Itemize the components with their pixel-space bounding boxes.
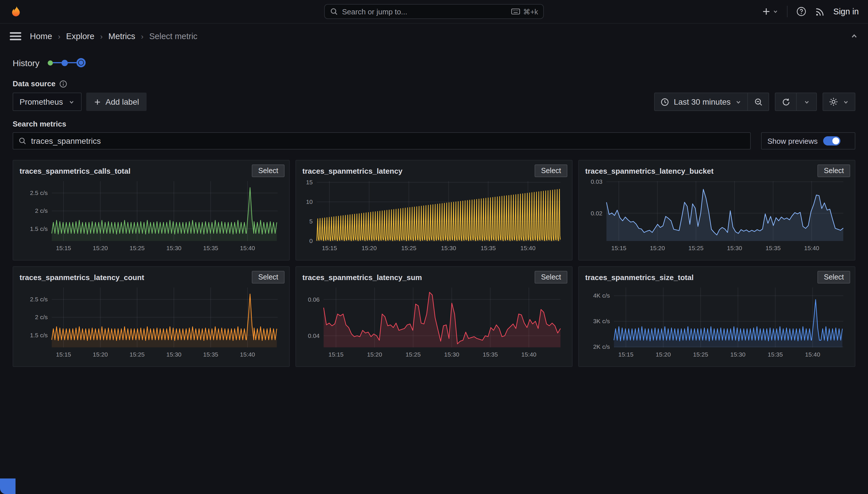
svg-text:15:25: 15:25 [406,351,421,358]
chevron-down-icon [69,99,75,105]
svg-text:15:40: 15:40 [240,245,255,251]
svg-text:1.5 c/s: 1.5 c/s [30,332,48,339]
chevron-down-icon [803,99,810,105]
topbar-divider [787,6,787,17]
global-search-placeholder: Search or jump to... [342,7,507,16]
svg-text:15:15: 15:15 [322,245,337,251]
svg-text:15:25: 15:25 [688,245,704,251]
history-label: History [13,58,39,68]
search-metrics-value: traces_spanmetrics [31,136,101,146]
svg-text:3K c/s: 3K c/s [593,318,610,324]
time-picker-group: Last 30 minutes [654,93,769,111]
metric-preview-chart: 0.040.0615:1515:2015:2515:3015:3515:40 [302,284,566,361]
svg-text:15:15: 15:15 [56,245,71,251]
data-source-picker[interactable]: Prometheus [13,93,82,111]
grafana-app: Search or jump to... ⌘+k [0,0,868,494]
data-source-label-row: Data source [13,79,855,88]
breadcrumb-separator-icon: › [141,32,144,40]
svg-text:15:40: 15:40 [520,245,536,251]
select-metric-button[interactable]: Select [535,271,568,284]
data-source-value: Prometheus [20,97,63,107]
metric-preview-chart: 2K c/s3K c/s4K c/s15:1515:2015:2515:3015… [585,284,848,361]
chevron-down-icon [843,99,849,105]
history-trail[interactable] [47,58,85,67]
svg-text:15:20: 15:20 [656,351,671,358]
sign-in-button[interactable]: Sign in [833,7,859,16]
metric-preview-chart: 0.020.0315:1515:2015:2515:3015:3515:40 [585,178,848,255]
history-step-current-icon[interactable] [76,58,85,67]
svg-text:15:30: 15:30 [730,351,746,358]
time-range-value: Last 30 minutes [674,97,731,107]
zoom-out-time-button[interactable] [748,93,769,110]
breadcrumb-item[interactable]: Home [30,32,52,41]
refresh-button[interactable] [775,93,796,110]
metric-panel-title: traces_spanmetrics_calls_total [20,167,283,175]
history-step-icon[interactable] [61,59,67,66]
svg-text:0.02: 0.02 [591,210,603,216]
svg-text:15:35: 15:35 [483,351,498,358]
select-metric-button[interactable]: Select [818,165,850,177]
show-previews-toggle[interactable] [824,136,841,146]
help-icon[interactable] [796,6,806,17]
collapse-controls-icon[interactable] [850,32,858,40]
svg-text:1.5 c/s: 1.5 c/s [30,225,48,232]
top-nav-bar: Search or jump to... ⌘+k [0,0,868,23]
breadcrumb-separator-icon: › [58,32,60,40]
history-row: History [13,55,855,70]
metric-panel: traces_spanmetrics_latency Select 051015… [295,160,573,261]
svg-text:15:15: 15:15 [329,351,344,358]
query-controls-row: Prometheus Add label [13,93,855,111]
metric-preview-chart: 1.5 c/s2 c/s2.5 c/s15:1515:2015:2515:301… [20,178,283,255]
breadcrumb-item[interactable]: Explore [66,32,94,41]
metric-preview-chart: 1.5 c/s2 c/s2.5 c/s15:1515:2015:2515:301… [20,284,283,361]
svg-text:0.04: 0.04 [308,332,320,339]
svg-text:15:15: 15:15 [56,351,71,358]
select-metric-button[interactable]: Select [818,271,850,284]
new-menu-button[interactable] [762,7,778,16]
refresh-interval-dropdown[interactable] [797,93,816,110]
chevron-down-icon [735,99,742,105]
search-icon [18,137,26,145]
history-step-start-icon[interactable] [47,60,53,65]
history-trail-line [67,62,76,63]
svg-text:15:25: 15:25 [401,245,416,251]
svg-text:15:20: 15:20 [367,351,382,358]
svg-text:4K c/s: 4K c/s [593,292,610,299]
svg-text:15:40: 15:40 [804,245,820,251]
info-icon[interactable] [59,80,67,88]
metric-panel-title: traces_spanmetrics_latency [302,167,566,175]
settings-button[interactable] [823,93,855,110]
svg-text:15:40: 15:40 [240,351,255,358]
global-search-input[interactable]: Search or jump to... ⌘+k [324,4,544,19]
svg-text:15:30: 15:30 [166,245,182,251]
breadcrumb-item[interactable]: Metrics [108,32,135,41]
svg-text:15:30: 15:30 [166,351,182,358]
svg-text:15:35: 15:35 [203,245,218,251]
add-label-button[interactable]: Add label [86,93,146,111]
hamburger-menu-icon[interactable] [10,32,21,41]
grafana-logo[interactable] [9,5,22,18]
select-metric-button[interactable]: Select [252,165,285,177]
metric-panel-title: traces_spanmetrics_latency_bucket [585,167,848,175]
svg-text:15:15: 15:15 [618,351,633,358]
corner-accent [0,478,16,494]
news-rss-icon[interactable] [815,6,825,16]
select-metric-button[interactable]: Select [252,271,285,284]
svg-text:15:25: 15:25 [130,351,145,358]
metric-panel: traces_spanmetrics_latency_bucket Select… [578,160,855,261]
svg-text:2 c/s: 2 c/s [35,207,48,214]
svg-text:15:40: 15:40 [521,351,537,358]
svg-text:0.06: 0.06 [308,296,320,303]
chevron-down-icon [772,8,778,14]
svg-text:0.03: 0.03 [591,178,603,185]
svg-text:15:30: 15:30 [444,351,459,358]
select-metric-button[interactable]: Select [535,165,568,177]
svg-text:15:35: 15:35 [480,245,496,251]
plus-icon [762,7,771,16]
time-range-picker[interactable]: Last 30 minutes [655,93,747,110]
svg-text:15:20: 15:20 [93,351,108,358]
data-source-label: Data source [13,79,56,88]
show-previews-label: Show previews [767,137,818,145]
svg-text:15: 15 [306,179,313,186]
search-metrics-input[interactable]: traces_spanmetrics [13,132,751,150]
